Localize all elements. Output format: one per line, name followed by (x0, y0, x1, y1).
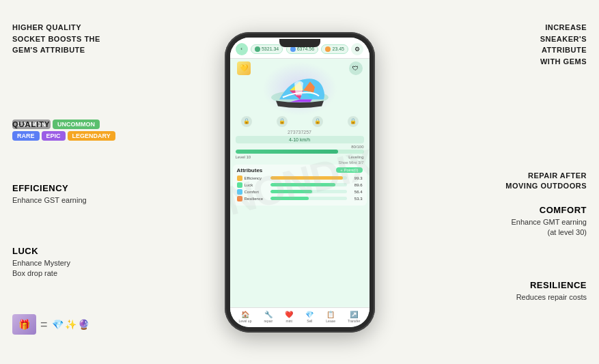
xp-durability: 80/100 (351, 145, 363, 149)
nav-sell-label: Sell (307, 319, 312, 323)
sol-dot (325, 46, 331, 52)
nav-level-up[interactable]: 🏠 Level up (239, 311, 252, 323)
efficiency-fill (270, 176, 343, 180)
speed-bar: 4-10 km/h (236, 136, 364, 143)
gem-socket-row: 🔒 🔒 🔒 🔒 (236, 116, 364, 127)
equals-sign: = (40, 318, 48, 332)
socket-2[interactable]: 🔒 (277, 116, 288, 127)
comfort-attr-name: Comfort (245, 190, 268, 194)
nav-mint-label: mint (286, 319, 292, 323)
stats-section: 273737257 4-10 km/h 80/100 Level 10 Leve… (230, 130, 370, 165)
badge-rare: RARE (12, 131, 40, 141)
resilience-title: RESILIENCE (516, 280, 587, 290)
nav-repair[interactable]: 🔧 repair (264, 311, 273, 323)
currency-gst: 5321.34 (251, 44, 283, 54)
shoe-id: 273737257 (236, 130, 364, 135)
xp-bar (236, 150, 364, 154)
level-label: Level 10 (236, 155, 251, 159)
nav-mint[interactable]: ❤️ mint (285, 311, 293, 323)
socket-3[interactable]: 🔒 (312, 116, 323, 127)
luck-row: Luck 89.6 (237, 182, 363, 188)
point-button[interactable]: + Point(0) (336, 167, 362, 173)
efficiency-bar (270, 176, 347, 180)
nav-lease[interactable]: 📋 Lease (326, 311, 335, 323)
comfort-row: Comfort 56.4 (237, 189, 363, 195)
badge-epic: EPIC (42, 131, 66, 141)
efficiency-annotation: EFFICIENCY Enhance GST earning (12, 183, 87, 206)
xp-label-row: 80/100 (236, 145, 364, 149)
comfort-fill (270, 190, 313, 193)
tr-line3: ATTRIBUTE (542, 46, 587, 54)
comfort-bar (270, 190, 347, 193)
gem-icon-2: ✨ (65, 319, 76, 330)
bottom-nav: 🏠 Level up 🔧 repair ❤️ mint 💎 Sell 📋 (230, 307, 370, 327)
annotation-line2: SOCKET BOOSTS THE (12, 35, 100, 43)
quality-section: QUALITY COMMON UNCOMMON RARE EPIC LEGEND… (12, 120, 122, 141)
resilience-attr-name: Resilience (245, 197, 268, 201)
socket-1[interactable]: 🔒 (241, 116, 252, 127)
gem-socket-icon[interactable]: 💛 (237, 61, 251, 75)
repair-icon: 🔧 (264, 311, 273, 318)
settings-icon[interactable]: ⚙ (351, 43, 363, 55)
gmt-value: 6374.56 (297, 46, 314, 51)
nav-repair-label: repair (264, 319, 273, 323)
resilience-fill (270, 197, 309, 200)
badge-uncommon: UNCOMMON (53, 120, 100, 129)
level-row: Level 10 Leveling (236, 155, 364, 159)
shoe-area: 💛 🛡 (230, 59, 370, 130)
efficiency-value: 99.3 (349, 176, 363, 180)
efficiency-attr-name: Efficiency (245, 176, 268, 180)
gmt-dot (290, 46, 296, 52)
luck-annotation: LUCK Enhance Mystery Box drop rate (12, 246, 70, 279)
efficiency-title: EFFICIENCY (12, 183, 87, 193)
resilience-row: Resilience 53.3 (237, 196, 363, 201)
lease-icon: 📋 (326, 311, 335, 318)
luck-icon (237, 182, 242, 188)
luck-fill (270, 183, 335, 186)
repair-annotation: REPAIR AFTER MOVING OUTDOORS (505, 171, 587, 192)
phone-screen: NONDIX ‹ 5321.34 6374.56 23.45 ⚙ (230, 38, 370, 327)
gem-icon-3: 🔮 (78, 319, 89, 330)
efficiency-description: Enhance GST earning (12, 195, 87, 206)
comfort-icon (237, 189, 242, 195)
socket-4[interactable]: 🔒 (348, 116, 359, 127)
nav-lease-label: Lease (326, 319, 335, 323)
speed-value: 4-10 km/h (289, 137, 310, 142)
luck-icons-section: 🎁 = 💎 ✨ 🔮 (12, 314, 89, 335)
tr-line1: INCREASE (545, 23, 587, 31)
resilience-description: Reduces repair costs (516, 292, 587, 303)
leveling-status: Leveling (348, 155, 363, 159)
tr-line2: SNEAKER'S (540, 35, 587, 43)
attributes-title: Attributes (237, 167, 263, 173)
resilience-annotation: RESILIENCE Reduces repair costs (516, 280, 587, 303)
back-button[interactable]: ‹ (236, 43, 248, 55)
comfort-title: COMFORT (512, 205, 587, 215)
top-left-annotation: HIGHER QUALITY SOCKET BOOSTS THE GEM'S A… (12, 22, 100, 56)
attributes-section: Attributes + Point(0) Efficiency 99.3 Lu… (233, 165, 367, 206)
efficiency-icon (237, 176, 242, 181)
comfort-value: 56.4 (349, 190, 363, 194)
gem-icon-1: 💎 (52, 319, 64, 330)
shoe-display (262, 61, 337, 116)
gst-value: 5321.34 (262, 46, 279, 51)
annotation-line1: HIGHER QUALITY (12, 23, 81, 31)
nav-sell[interactable]: 💎 Sell (305, 311, 314, 323)
top-right-annotation: INCREASE SNEAKER'S ATTRIBUTE WITH GEMS (540, 22, 587, 67)
treasure-box-icon: 🎁 (12, 314, 36, 335)
attr-header: Attributes + Point(0) (237, 167, 363, 173)
phone-frame: NONDIX ‹ 5321.34 6374.56 23.45 ⚙ (225, 32, 375, 333)
nav-transfer[interactable]: ↗️ Transfer (348, 311, 360, 323)
luck-value: 89.6 (349, 183, 363, 187)
repair-line1: REPAIR AFTER (528, 171, 587, 180)
phone-notch (279, 39, 320, 47)
luck-bar (270, 183, 347, 186)
mint-icon: ❤️ (285, 311, 293, 318)
sell-icon: 💎 (305, 311, 314, 318)
level-up-icon: 🏠 (241, 311, 249, 318)
xp-container: 80/100 (236, 145, 364, 154)
phone-wrapper: NONDIX ‹ 5321.34 6374.56 23.45 ⚙ (225, 32, 375, 333)
transfer-icon: ↗️ (350, 311, 358, 318)
gems-group: 💎 ✨ 🔮 (52, 319, 89, 330)
quality-label: QUALITY (12, 120, 50, 130)
repair-line2: MOVING OUTDOORS (505, 182, 587, 190)
